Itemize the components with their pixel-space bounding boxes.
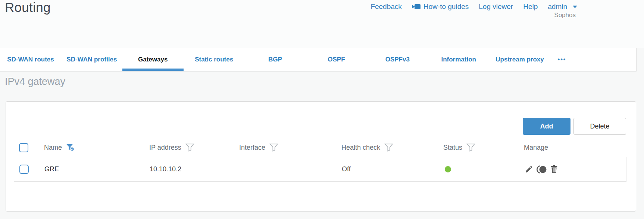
- delete-button[interactable]: Delete: [573, 118, 626, 135]
- gateway-name-link[interactable]: GRE: [44, 165, 59, 173]
- filter-active-icon[interactable]: [66, 143, 75, 152]
- howto-guides-link[interactable]: How-to guides: [412, 3, 469, 11]
- add-button[interactable]: Add: [523, 118, 570, 135]
- tab-sdwan-profiles[interactable]: SD-WAN profiles: [61, 48, 122, 71]
- table-row: GRE 10.10.10.2 Off: [14, 157, 626, 182]
- status-up-indicator: [445, 166, 451, 172]
- help-link[interactable]: Help: [523, 3, 538, 11]
- tab-sdwan-routes[interactable]: SD-WAN routes: [0, 48, 61, 71]
- select-all-checkbox[interactable]: [19, 143, 28, 152]
- tab-gateways[interactable]: Gateways: [122, 48, 184, 71]
- table-header-row: Name IP address Interface: [14, 138, 626, 157]
- header-checkbox-cell: [14, 143, 38, 152]
- tab-upstream-proxy[interactable]: Upstream proxy: [489, 48, 550, 71]
- row-checkbox-cell: [14, 165, 38, 174]
- column-header-health-check: Health check: [335, 143, 437, 152]
- tab-information[interactable]: Information: [428, 48, 489, 71]
- page-title: Routing: [5, 0, 51, 15]
- toolbar: Add Delete: [523, 118, 626, 135]
- ip-address-cell: 10.10.10.2: [143, 165, 233, 173]
- edit-icon[interactable]: [524, 165, 533, 174]
- column-header-manage: Manage: [518, 144, 626, 152]
- column-header-ip-address: IP address: [143, 143, 233, 152]
- health-check-cell: Off: [335, 165, 437, 173]
- more-tabs-button[interactable]: •••: [550, 48, 573, 71]
- user-menu[interactable]: admin: [548, 3, 577, 11]
- filter-icon[interactable]: [466, 143, 475, 152]
- video-camera-icon: [412, 4, 421, 10]
- status-cell: [437, 166, 518, 172]
- column-header-interface: Interface: [233, 143, 335, 152]
- row-checkbox[interactable]: [19, 165, 29, 174]
- tab-bgp[interactable]: BGP: [245, 48, 306, 71]
- tab-ospfv3[interactable]: OSPFv3: [367, 48, 428, 71]
- filter-icon[interactable]: [269, 143, 278, 152]
- clone-icon[interactable]: [536, 165, 547, 174]
- top-nav: Feedback How-to guides Log viewer Help a…: [371, 3, 577, 11]
- filter-icon[interactable]: [185, 143, 194, 152]
- gateway-card: Add Delete Name IP address: [6, 101, 636, 212]
- tabs: SD-WAN routes SD-WAN profiles Gateways S…: [0, 48, 636, 71]
- tab-ospf[interactable]: OSPF: [306, 48, 367, 71]
- delete-row-icon[interactable]: [550, 165, 559, 174]
- name-cell: GRE: [38, 165, 143, 173]
- feedback-link[interactable]: Feedback: [371, 3, 401, 11]
- log-viewer-link[interactable]: Log viewer: [479, 3, 513, 11]
- column-header-status: Status: [437, 143, 518, 152]
- chevron-down-icon: [573, 6, 577, 8]
- filter-icon[interactable]: [384, 143, 393, 152]
- section-heading: IPv4 gateway: [5, 76, 65, 88]
- gateway-table: Name IP address Interface: [14, 138, 626, 182]
- tab-static-routes[interactable]: Static routes: [184, 48, 245, 71]
- manage-cell: [518, 165, 626, 174]
- tab-bar: SD-WAN routes SD-WAN profiles Gateways S…: [0, 48, 637, 72]
- column-header-name: Name: [38, 143, 143, 152]
- brand-label: Sophos: [554, 12, 576, 19]
